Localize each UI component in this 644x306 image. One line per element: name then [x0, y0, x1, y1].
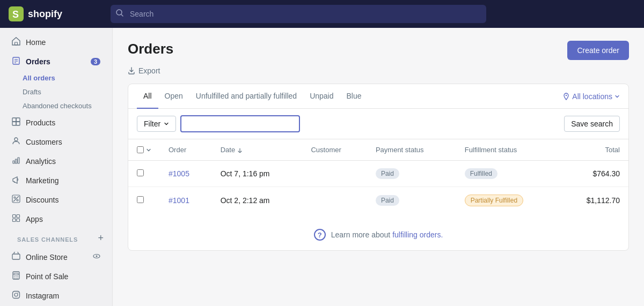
save-search-button[interactable]: Save search [564, 116, 620, 132]
tab-blue[interactable]: Blue [340, 84, 368, 109]
svg-rect-21 [13, 215, 16, 218]
sidebar-item-discounts[interactable]: Discounts [3, 190, 109, 209]
search-input[interactable] [111, 5, 486, 23]
sidebar-item-orders[interactable]: Orders 3 [3, 52, 109, 71]
tab-unpaid[interactable]: Unpaid [303, 84, 340, 109]
orders-badge: 3 [91, 58, 100, 65]
sidebar-sub-item-drafts[interactable]: Drafts [23, 85, 109, 99]
svg-point-17 [14, 197, 16, 198]
page-header: Orders Create order [128, 41, 629, 60]
row-1-customer [302, 161, 367, 187]
sales-channels-header: SALES CHANNELS + [0, 229, 112, 247]
pos-icon [12, 271, 20, 281]
sidebar-label-products: Products [26, 118, 55, 127]
svg-point-41 [566, 94, 567, 95]
sidebar-label-marketing: Marketing [26, 176, 58, 185]
export-icon [128, 67, 135, 74]
row-2-fulfillment: Partially Fulfilled [456, 187, 560, 214]
row-2-checkbox[interactable] [137, 196, 144, 203]
sidebar-label-pos: Point of Sale [26, 272, 68, 281]
svg-rect-16 [18, 158, 19, 163]
discounts-icon [12, 195, 20, 205]
info-text: Learn more about fulfilling orders. [331, 230, 443, 239]
sidebar-label-home: Home [26, 38, 46, 47]
th-checkbox [128, 139, 160, 161]
home-icon [12, 37, 20, 47]
svg-line-3 [121, 14, 123, 16]
row-1-total: $764.30 [559, 161, 628, 187]
filter-button[interactable]: Filter [137, 116, 176, 132]
location-filter[interactable]: All locations [562, 92, 620, 101]
select-all-checkbox[interactable] [137, 146, 144, 153]
svg-rect-36 [13, 292, 20, 298]
sidebar-item-instagram[interactable]: Instagram [3, 286, 109, 305]
tab-all[interactable]: All [137, 84, 158, 109]
sidebar-label-discounts: Discounts [26, 196, 58, 204]
row-checkbox-2 [128, 187, 160, 214]
fulfillment-badge-2: Partially Fulfilled [465, 195, 523, 206]
svg-point-35 [17, 278, 18, 279]
svg-rect-25 [12, 254, 20, 259]
orders-sub-nav: All orders Drafts Abandoned checkouts [0, 71, 112, 113]
row-2-payment: Paid [367, 187, 456, 214]
sidebar-label-customers: Customers [26, 138, 62, 146]
svg-point-27 [96, 256, 98, 257]
content-area: Orders Create order Export All Open Unfu… [113, 28, 644, 306]
eye-icon [93, 252, 100, 262]
chevron-down-icon [614, 94, 620, 99]
add-channel-button[interactable]: + [98, 233, 104, 243]
page-title: Orders [128, 41, 173, 57]
sidebar-label-instagram: Instagram [26, 292, 59, 300]
th-date[interactable]: Date [212, 139, 303, 161]
search-icon [116, 9, 123, 19]
svg-rect-24 [17, 219, 20, 222]
sidebar-sub-item-abandoned[interactable]: Abandoned checkouts [23, 99, 109, 113]
filter-search-input[interactable] [180, 115, 300, 132]
svg-point-38 [18, 293, 19, 294]
fulfillment-badge-1: Fulfilled [465, 168, 497, 179]
tab-open[interactable]: Open [158, 84, 189, 109]
order-link-1001[interactable]: #1001 [169, 196, 189, 205]
sidebar-item-products[interactable]: Products [3, 113, 109, 132]
table-row: #1005 Oct 7, 1:16 pm Paid Fulfilled $764… [128, 161, 628, 187]
tab-unfulfilled[interactable]: Unfulfilled and partially fulfilled [189, 84, 303, 109]
fulfilling-orders-link[interactable]: fulfilling orders. [392, 230, 443, 239]
filter-bar: Filter Save search [128, 109, 628, 139]
sidebar-sub-item-all-orders[interactable]: All orders [23, 71, 109, 85]
sidebar-item-analytics[interactable]: Analytics [3, 152, 109, 170]
sidebar-item-pos[interactable]: Point of Sale [3, 267, 109, 286]
svg-point-33 [14, 278, 15, 279]
svg-rect-15 [16, 159, 17, 163]
analytics-icon [12, 156, 20, 166]
sidebar-item-online-store[interactable]: Online Store [3, 248, 109, 266]
location-icon [562, 93, 570, 100]
export-button[interactable]: Export [128, 66, 160, 75]
svg-point-31 [16, 276, 17, 277]
sidebar-item-customers[interactable]: Customers [3, 132, 109, 151]
svg-point-32 [17, 276, 18, 277]
sort-icon [237, 147, 243, 153]
orders-icon [12, 56, 20, 66]
svg-rect-11 [12, 118, 16, 122]
th-order: Order [160, 139, 212, 161]
svg-point-34 [16, 278, 17, 279]
svg-rect-23 [13, 219, 16, 222]
row-2-customer [302, 187, 367, 214]
sidebar-item-apps[interactable]: Apps [3, 210, 109, 228]
sidebar-item-marketing[interactable]: Marketing [3, 171, 109, 190]
row-1-date: Oct 7, 1:16 pm [212, 161, 303, 187]
info-icon: ? [314, 229, 326, 241]
sidebar-item-home[interactable]: Home [3, 33, 109, 51]
topbar: S shopify [0, 0, 644, 28]
apps-icon [12, 214, 20, 224]
row-2-date: Oct 2, 2:12 am [212, 187, 303, 214]
logo-area: S shopify [9, 6, 111, 21]
sidebar-label-orders: Orders [26, 57, 50, 66]
create-order-button[interactable]: Create order [567, 41, 629, 60]
row-2-total: $1,112.70 [559, 187, 628, 214]
sales-channels-label: SALES CHANNELS [9, 231, 86, 245]
svg-rect-4 [15, 42, 18, 45]
order-link-1005[interactable]: #1005 [169, 169, 189, 178]
row-1-order: #1005 [160, 161, 212, 187]
row-1-checkbox[interactable] [137, 169, 144, 176]
